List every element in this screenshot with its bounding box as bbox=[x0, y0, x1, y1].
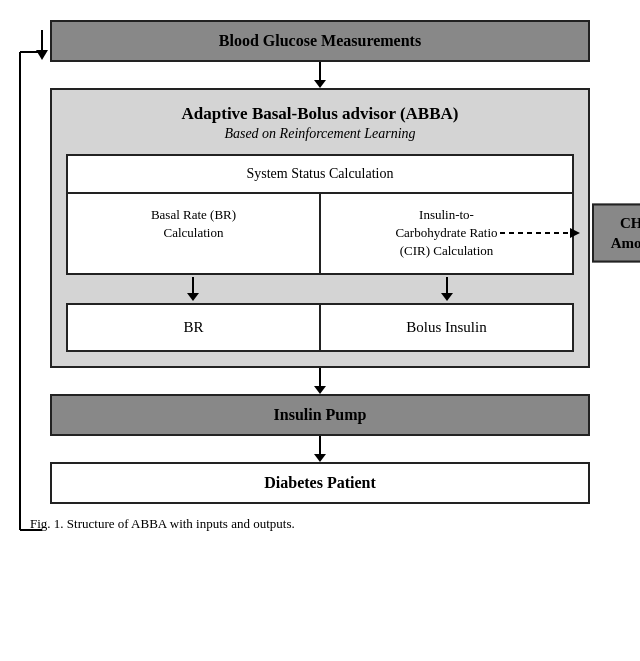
output-blocks-row: BR Bolus Insulin bbox=[66, 303, 574, 352]
bolus-insulin-box: Bolus Insulin bbox=[321, 305, 572, 350]
system-status-box: System Status Calculation bbox=[68, 156, 572, 194]
dashed-arrow-cho bbox=[570, 232, 590, 234]
abba-subtitle: Based on Reinforcement Learning bbox=[66, 126, 574, 142]
insulin-pump-block: Insulin Pump bbox=[50, 394, 590, 436]
insulin-pump-label: Insulin Pump bbox=[274, 406, 367, 423]
arrow-head bbox=[314, 386, 326, 394]
arrow-line-right bbox=[446, 277, 448, 293]
arrow-head-left bbox=[187, 293, 199, 301]
cir-calc-box: Insulin-to-Carbohydrate Ratio(CIR) Calcu… bbox=[321, 194, 572, 273]
arrow-head bbox=[314, 80, 326, 88]
bolus-insulin-label: Bolus Insulin bbox=[406, 319, 486, 335]
arrow-col-right bbox=[441, 277, 453, 301]
blood-glucose-label: Blood Glucose Measurements bbox=[219, 32, 421, 49]
diagram-wrapper: Blood Glucose Measurements Adaptive Basa… bbox=[50, 20, 590, 504]
abba-title: Adaptive Basal-Bolus advisor (ABBA) bbox=[66, 104, 574, 124]
arrow-abba-to-pump bbox=[314, 368, 326, 394]
diabetes-patient-block: Diabetes Patient bbox=[50, 462, 590, 504]
basal-rate-calc-label: Basal Rate (BR)Calculation bbox=[151, 207, 236, 240]
svg-marker-6 bbox=[570, 228, 580, 238]
feedback-arrow-svg bbox=[12, 30, 50, 600]
br-output-label: BR bbox=[183, 319, 203, 335]
arrow-line bbox=[319, 368, 321, 386]
diabetes-patient-label: Diabetes Patient bbox=[264, 474, 376, 491]
basal-rate-calc-box: Basal Rate (BR)Calculation bbox=[68, 194, 321, 273]
arrow-line-left bbox=[192, 277, 194, 293]
arrow-line bbox=[319, 436, 321, 454]
br-output-box: BR bbox=[68, 305, 321, 350]
svg-marker-1 bbox=[36, 50, 48, 60]
system-status-label: System Status Calculation bbox=[247, 166, 394, 181]
arrow-blood-to-abba bbox=[314, 62, 326, 88]
cir-calc-label: Insulin-to-Carbohydrate Ratio(CIR) Calcu… bbox=[395, 207, 497, 258]
arrow-line bbox=[319, 62, 321, 80]
arrow-col-left bbox=[187, 277, 199, 301]
arrow-pump-to-patient bbox=[314, 436, 326, 462]
two-col-calc-row: Basal Rate (BR)Calculation Insulin-to-Ca… bbox=[68, 194, 572, 273]
figure-caption: Fig. 1. Structure of ABBA with inputs an… bbox=[30, 516, 570, 532]
cho-amount-label: CHO Amount bbox=[611, 215, 640, 251]
inner-white-block: System Status Calculation Basal Rate (BR… bbox=[66, 154, 574, 275]
arrow-head-right bbox=[441, 293, 453, 301]
cho-amount-box: CHO Amount bbox=[592, 204, 640, 263]
two-arrows-row bbox=[66, 277, 574, 301]
arrow-head bbox=[314, 454, 326, 462]
abba-outer-block: Adaptive Basal-Bolus advisor (ABBA) Base… bbox=[50, 88, 590, 368]
blood-glucose-block: Blood Glucose Measurements bbox=[50, 20, 590, 62]
